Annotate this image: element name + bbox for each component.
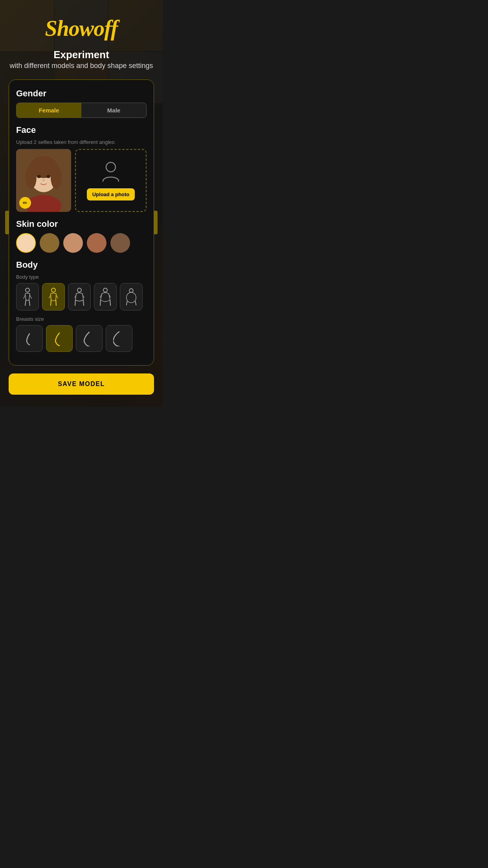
breast-size-small[interactable] (16, 325, 43, 352)
face-photos-row: ✏ Upload a photo (16, 149, 147, 212)
headline-block: Experiment with different models and bod… (4, 49, 160, 70)
body-label: Body (16, 260, 147, 270)
body-type-slim[interactable] (16, 283, 39, 311)
body-type-plus1[interactable] (94, 283, 117, 311)
body-type-section: Body type (16, 274, 147, 311)
breast-size-row (16, 325, 147, 352)
gender-male-button[interactable]: Male (81, 103, 146, 118)
person-placeholder-icon (101, 161, 120, 184)
skin-swatch-4[interactable] (110, 233, 130, 253)
svg-point-7 (46, 175, 50, 178)
edit-icon: ✏ (23, 200, 28, 206)
body-type-plus2[interactable] (120, 283, 143, 311)
svg-point-8 (106, 162, 116, 172)
skin-swatch-0[interactable] (16, 233, 36, 253)
edit-photo-button[interactable]: ✏ (19, 197, 31, 209)
skin-color-swatches (16, 233, 147, 253)
save-model-button[interactable]: SAVE MODEL (9, 373, 154, 395)
upload-photo-button[interactable]: Upload a photo (87, 188, 135, 200)
skin-swatch-3[interactable] (87, 233, 106, 253)
breasts-size-label: Breasts size (16, 316, 147, 322)
svg-point-10 (51, 288, 55, 292)
breast-size-large[interactable] (76, 325, 103, 352)
svg-point-3 (26, 166, 37, 189)
headline-main: Experiment (10, 49, 153, 61)
gender-toggle: Female Male (16, 103, 147, 118)
skin-color-label: Skin color (16, 219, 147, 229)
svg-point-14 (127, 292, 136, 303)
body-type-curvy[interactable] (68, 283, 91, 311)
breast-size-medium[interactable] (46, 325, 73, 352)
svg-point-9 (26, 288, 29, 292)
svg-point-13 (129, 289, 133, 292)
gender-female-button[interactable]: Female (17, 103, 81, 118)
gender-label: Gender (16, 88, 147, 99)
svg-point-12 (103, 288, 107, 292)
face-photo-empty[interactable]: Upload a photo (75, 149, 147, 212)
face-photo-uploaded: ✏ (16, 149, 71, 212)
settings-card: Gender Female Male Face Upload 2 selfies… (9, 79, 154, 366)
svg-point-11 (77, 288, 81, 292)
body-type-row (16, 283, 147, 311)
svg-point-4 (51, 166, 62, 189)
skin-swatch-1[interactable] (40, 233, 59, 253)
svg-point-6 (37, 175, 41, 178)
skin-swatch-2[interactable] (63, 233, 83, 253)
app-title: Showoff (45, 16, 118, 41)
body-type-average[interactable] (42, 283, 65, 311)
face-subtitle: Upload 2 selfies taken from different an… (16, 139, 147, 145)
breasts-size-section: Breasts size (16, 316, 147, 352)
headline-sub: with different models and body shape set… (10, 62, 153, 70)
face-label: Face (16, 125, 147, 135)
body-type-label: Body type (16, 274, 147, 280)
breast-size-xlarge[interactable] (106, 325, 132, 352)
